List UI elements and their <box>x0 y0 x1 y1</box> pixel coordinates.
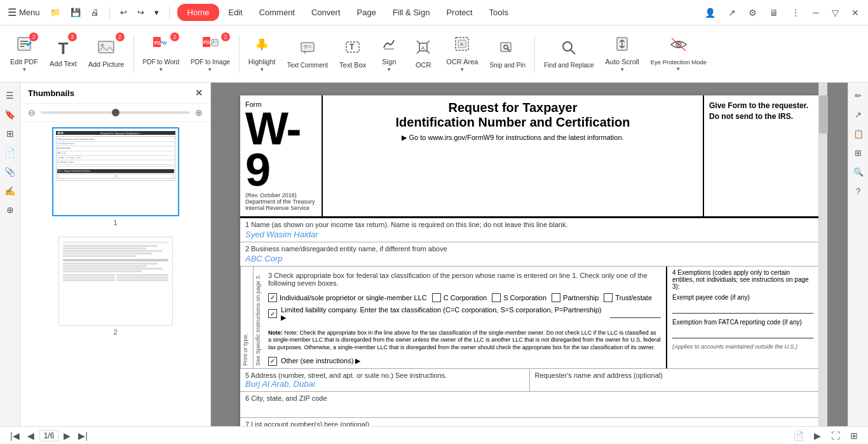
maximize-button[interactable]: ▽ <box>828 6 843 19</box>
vertical-scrollbar[interactable] <box>818 83 827 444</box>
play-button[interactable]: ▶ <box>811 429 824 442</box>
find-replace-button[interactable]: Find and Replace <box>539 29 599 80</box>
thumbnails-header: Thumbnails ✕ <box>20 83 210 104</box>
edit-pdf-button[interactable]: 2 Edit PDF ▾ <box>5 29 43 80</box>
thumb-content-1: W-9 Request for Taxpayer Identification … <box>53 128 178 215</box>
minimize-button[interactable]: ─ <box>809 6 823 19</box>
undo-button[interactable]: ↩ <box>118 6 130 18</box>
svg-line-30 <box>427 51 430 53</box>
pdf-to-word-arrow: ▾ <box>159 66 163 73</box>
w9-exempt-payee-field[interactable] <box>672 303 813 314</box>
single-page-view-button[interactable]: 📄 <box>790 429 806 442</box>
print-button[interactable]: 🖨 <box>88 6 102 18</box>
thumbnails-close-icon[interactable]: ✕ <box>195 88 203 98</box>
right-tool-share[interactable]: ↗ <box>851 107 866 122</box>
sign-button[interactable]: Sign ▾ <box>372 29 405 80</box>
text-comment-button[interactable]: T Text Comment <box>282 29 333 80</box>
add-text-button[interactable]: 3 T Add Text <box>44 29 82 80</box>
prev-page-button[interactable]: ◀ <box>25 429 37 442</box>
divider2 <box>169 6 170 19</box>
menu-button[interactable]: ☰ Menu <box>5 5 43 20</box>
tab-convert[interactable]: Convert <box>304 4 348 21</box>
ocr-area-button[interactable]: A OCR Area ▾ <box>441 29 483 80</box>
cb-ccorp-box <box>432 293 441 302</box>
open-file-button[interactable]: 📁 <box>48 6 63 18</box>
svg-text:T: T <box>349 43 355 52</box>
tab-tools[interactable]: Tools <box>482 4 516 21</box>
settings-icon[interactable]: ⚙ <box>745 6 761 19</box>
w9-exempt-payee-label: Exempt payee code (if any) <box>672 294 813 301</box>
tab-fill-sign[interactable]: Fill & Sign <box>385 4 438 21</box>
grid-view-button[interactable]: ⊞ <box>848 429 860 442</box>
left-tool-stamp[interactable]: ⊕ <box>3 202 18 218</box>
page-number-input[interactable]: 1/6 <box>39 430 59 441</box>
last-page-button[interactable]: ▶| <box>76 429 90 442</box>
snip-pin-button[interactable]: Snip and Pin <box>484 29 531 80</box>
right-tool-columns[interactable]: ⊞ <box>851 145 866 160</box>
tab-home[interactable]: Home <box>177 4 220 21</box>
tab-protect[interactable]: Protect <box>438 4 480 21</box>
tab-edit[interactable]: Edit <box>220 4 250 21</box>
llc-classification-field[interactable] <box>610 309 661 318</box>
right-tool-edit[interactable]: ✏ <box>851 88 866 103</box>
close-button[interactable]: ✕ <box>848 6 863 19</box>
history-button[interactable]: ▾ <box>152 6 161 18</box>
eye-protection-icon <box>669 36 688 57</box>
w9-form-id: Form W-9 (Rev. October 2018) Department … <box>240 95 323 216</box>
share-icon[interactable]: ↗ <box>724 6 740 19</box>
monitor-icon[interactable]: 🖥 <box>766 6 782 19</box>
pdf-to-image-button[interactable]: 2 PDF PDF to Image ▾ <box>186 29 235 80</box>
tab-page[interactable]: Page <box>349 4 384 21</box>
pdf-viewer[interactable]: Form W-9 (Rev. October 2018) Department … <box>211 83 848 444</box>
cb-individual[interactable]: ✓ Individual/sole proprietor or single-m… <box>268 293 427 302</box>
w9-field3-label: 3 Check appropriate box for federal tax … <box>268 269 661 289</box>
w9-note-box: Note: Note: Check the appropriate box in… <box>268 324 661 354</box>
w9-note-content: Note: Check the appropriate box in the l… <box>268 330 661 350</box>
cb-llc-box[interactable]: ✓ <box>268 309 277 318</box>
left-tool-clip[interactable]: 📎 <box>3 164 18 179</box>
zoom-out-icon[interactable]: ⊖ <box>28 108 36 118</box>
fullscreen-button[interactable]: ⛶ <box>829 429 843 442</box>
left-tool-signature[interactable]: ✍ <box>3 183 18 198</box>
add-picture-button[interactable]: 2 Add Picture <box>83 29 130 80</box>
redo-button[interactable]: ↪ <box>135 6 147 18</box>
tab-comment[interactable]: Comment <box>252 4 302 21</box>
more-icon[interactable]: ⋮ <box>787 6 804 19</box>
left-tool-page[interactable]: 📄 <box>3 145 18 160</box>
cb-partnership[interactable]: Partnership <box>552 293 599 302</box>
w9-exempt-fatca-field[interactable] <box>672 328 813 338</box>
thumbnail-1[interactable]: W-9 Request for Taxpayer Identification … <box>52 127 179 226</box>
w9-llc-row: ✓ Limited liability company. Enter the t… <box>268 306 661 322</box>
svg-text:W: W <box>162 40 167 46</box>
cb-ccorp[interactable]: C Corporation <box>432 293 487 302</box>
edit-pdf-label: Edit PDF <box>10 58 38 66</box>
bottom-bar-left: |◀ ◀ 1/6 ▶ ▶| <box>8 429 90 442</box>
zoom-in-icon[interactable]: ⊕ <box>195 108 203 118</box>
save-button[interactable]: 💾 <box>68 6 83 18</box>
left-tool-1[interactable]: ☰ <box>3 88 18 103</box>
cb-other-box[interactable]: ✓ <box>268 357 277 366</box>
svg-point-6 <box>101 43 104 46</box>
highlight-button[interactable]: Highlight ▾ <box>243 29 281 80</box>
thumbnail-2[interactable]: 2 <box>58 237 173 336</box>
text-box-button[interactable]: T Text Box <box>334 29 371 80</box>
left-tool-bookmark[interactable]: 🔖 <box>3 107 18 122</box>
w9-field2: 2 Business name/disregarded entity name,… <box>240 242 818 267</box>
user-icon[interactable]: 👤 <box>701 6 719 19</box>
right-tool-help[interactable]: ? <box>851 183 866 198</box>
left-tool-thumbnail[interactable]: ⊞ <box>3 126 18 141</box>
right-tool-doc[interactable]: 📋 <box>851 126 866 141</box>
right-tool-search[interactable]: 🔍 <box>851 164 866 179</box>
ocr-button[interactable]: A OCR <box>407 29 440 80</box>
zoom-slider[interactable] <box>41 111 190 114</box>
auto-scroll-button[interactable]: Auto Scroll ▾ <box>600 29 644 80</box>
next-page-button[interactable]: ▶ <box>61 429 73 442</box>
w9-header: Form W-9 (Rev. October 2018) Department … <box>240 95 818 218</box>
pdf-to-word-button[interactable]: 2 PDF W PDF to Word ▾ <box>138 29 185 80</box>
find-replace-icon <box>560 39 578 60</box>
cb-scorp[interactable]: S Corporation <box>492 293 546 302</box>
first-page-button[interactable]: |◀ <box>8 429 22 442</box>
eye-protection-button[interactable]: Eye Protection Mode ▾ <box>646 29 712 80</box>
nav-tabs: Home Edit Comment Convert Page Fill & Si… <box>177 4 516 21</box>
cb-trust[interactable]: Trust/estate <box>604 293 652 302</box>
